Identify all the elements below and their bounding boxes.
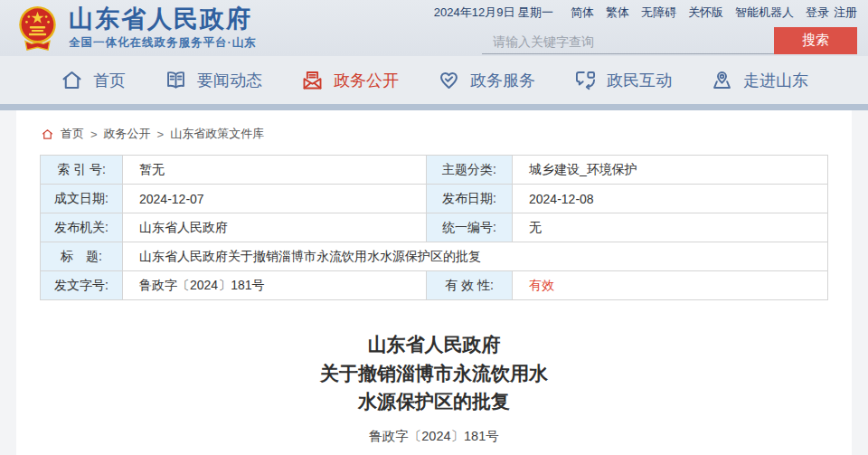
document-title-line: 水源保护区的批复 [16,387,852,416]
top-links-bar: 2024年12月9日 星期一 简体 繁体 无障碍 关怀版 智能机器人 登录 注册 [434,5,857,21]
envelope-doc-icon [300,68,325,92]
site-title: 山东省人民政府 [69,5,257,33]
table-row: 发布机关: 山东省人民政府 统一编号: 无 [41,213,828,242]
nav-label: 政民互动 [607,70,672,91]
breadcrumb-home-icon [41,128,54,141]
document-title-line: 关于撤销淄博市永流饮用水 [16,359,852,388]
link-traditional[interactable]: 繁体 [606,5,629,21]
meta-value-publish-date: 2024-12-08 [513,185,828,213]
header-right: 2024年12月9日 星期一 简体 繁体 无障碍 关怀版 智能机器人 登录 注册… [434,3,861,54]
link-simplified[interactable]: 简体 [571,5,594,21]
meta-label-publish-date: 发布日期: [427,185,513,213]
home-icon [60,68,84,92]
nav-item-gov-disclosure[interactable]: 政务公开 [300,68,399,92]
nav-label: 政务公开 [334,70,399,91]
chat-bubbles-icon [573,68,598,92]
current-date: 2024年12月9日 星期一 [434,5,553,21]
link-robot[interactable]: 智能机器人 [735,5,794,21]
meta-value-written-date: 2024-12-07 [123,185,427,213]
meta-label-written-date: 成文日期: [41,185,123,213]
breadcrumb-policy-library[interactable]: 山东省政策文件库 [170,126,264,142]
breadcrumb-separator: > [90,128,98,141]
link-accessibility[interactable]: 无障碍 [641,5,676,21]
meta-label-validity: 有 效 性: [427,271,513,300]
link-care-version[interactable]: 关怀版 [688,5,723,21]
nav-divider [0,104,868,110]
meta-label-title: 标 题: [41,242,123,271]
document-title: 山东省人民政府 关于撤销淄博市永流饮用水 水源保护区的批复 [16,330,852,416]
meta-value-issuing-agency: 山东省人民政府 [123,213,427,242]
brand-block: 山东省人民政府 全国一体化在线政务服务平台·山东 [69,5,257,51]
meta-label-index-no: 索 引 号: [41,156,123,185]
document-meta-table: 索 引 号: 暂无 主题分类: 城乡建设_环境保护 成文日期: 2024-12-… [40,155,828,300]
nav-item-about-shandong[interactable]: 走进山东 [710,68,808,92]
map-pin-icon [710,68,734,92]
meta-value-doc-number: 鲁政字〔2024〕181号 [123,271,427,300]
nav-item-home[interactable]: 首页 [60,68,126,92]
nav-label: 走进山东 [743,70,808,91]
search-input[interactable] [482,30,774,54]
nav-item-news[interactable]: 要闻动态 [164,68,262,92]
meta-label-topic: 主题分类: [427,156,513,185]
search-bar: 搜索 [482,27,857,54]
nav-item-gov-services[interactable]: 政务服务 [437,68,535,92]
table-row: 发文字号: 鲁政字〔2024〕181号 有 效 性: 有效 [41,271,828,300]
breadcrumb-separator: > [157,128,165,141]
link-register[interactable]: 注册 [834,5,857,21]
meta-label-doc-number: 发文字号: [41,271,123,300]
meta-value-title: 山东省人民政府关于撤销淄博市永流饮用水水源保护区的批复 [123,242,828,271]
national-emblem-logo [16,5,59,53]
site-subtitle: 全国一体化在线政务服务平台·山东 [69,35,257,51]
table-row: 索 引 号: 暂无 主题分类: 城乡建设_环境保护 [41,156,828,185]
content-panel: 首页 > 政务公开 > 山东省政策文件库 索 引 号: 暂无 主题分类: 城乡建… [16,110,852,455]
validity-status-badge: 有效 [513,271,828,300]
search-button[interactable]: 搜索 [774,27,857,54]
breadcrumb: 首页 > 政务公开 > 山东省政策文件库 [16,110,852,142]
nav-item-interaction[interactable]: 政民互动 [573,68,672,92]
document-number: 鲁政字〔2024〕181号 [16,428,852,445]
nav-label: 首页 [93,70,126,91]
meta-value-topic: 城乡建设_环境保护 [513,156,828,185]
link-login[interactable]: 登录 [806,5,829,21]
nav-label: 要闻动态 [197,70,262,91]
book-icon [164,68,188,92]
meta-label-issuing-agency: 发布机关: [41,213,123,242]
table-row: 标 题: 山东省人民政府关于撤销淄博市永流饮用水水源保护区的批复 [41,242,828,271]
table-row: 成文日期: 2024-12-07 发布日期: 2024-12-08 [41,185,828,213]
meta-value-index-no: 暂无 [123,156,427,185]
heart-icon [437,68,461,92]
meta-value-unified-no: 无 [513,213,828,242]
document-title-line: 山东省人民政府 [16,330,852,359]
breadcrumb-gov-disclosure[interactable]: 政务公开 [104,126,151,142]
meta-label-unified-no: 统一编号: [427,213,513,242]
nav-label: 政务服务 [470,70,535,91]
breadcrumb-home[interactable]: 首页 [61,126,84,142]
site-header: 山东省人民政府 全国一体化在线政务服务平台·山东 2024年12月9日 星期一 … [0,0,868,56]
main-nav: 首页 要闻动态 政务公开 政务服务 政民互动 [0,56,868,104]
